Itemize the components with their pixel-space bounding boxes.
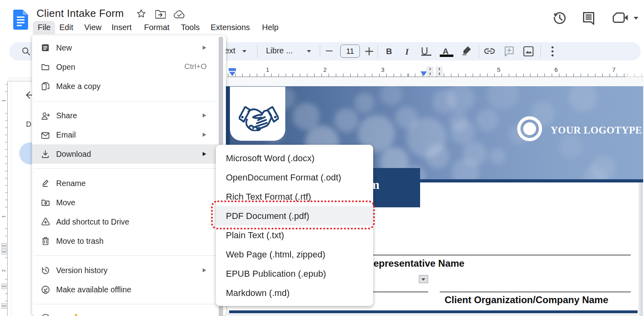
- svg-text:1: 1: [1, 215, 6, 218]
- svg-text:1: 1: [1, 99, 6, 102]
- svg-text:2: 2: [1, 269, 6, 272]
